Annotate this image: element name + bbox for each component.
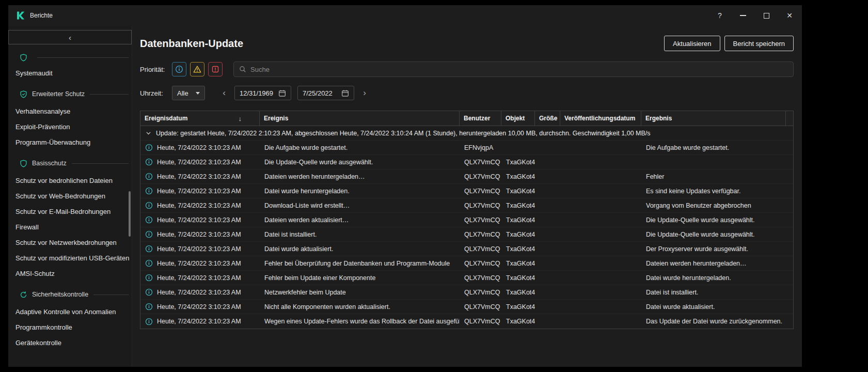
header-actions: Aktualisieren Bericht speichern: [664, 36, 794, 51]
priority-critical-button[interactable]: [208, 62, 223, 76]
cell-object: TxaGKot4: [501, 271, 535, 285]
sidebar-section-header[interactable]: Sicherheitskontrolle: [8, 285, 132, 304]
table-row[interactable]: Heute, 7/24/2022 3:10:23 AM Dateien werd…: [140, 213, 793, 227]
table-row[interactable]: Heute, 7/24/2022 3:10:23 AM Download-Lis…: [140, 198, 793, 213]
sidebar-item-label: Adaptive Kontrolle von Anomalien: [15, 308, 116, 316]
close-button[interactable]: ✕: [782, 8, 797, 23]
cell-result: Der Proxyserver wurde ausgewählt.: [641, 242, 786, 256]
cell-event: Dateien werden aktualisiert…: [260, 213, 460, 227]
table-row[interactable]: Heute, 7/24/2022 3:10:23 AM Wegen eines …: [140, 314, 793, 329]
sidebar-item[interactable]: Schutz vor bedrohlichen Dateien: [8, 173, 132, 188]
sidebar-item-label: Sicherheitskontrolle: [32, 291, 88, 298]
table-row[interactable]: Heute, 7/24/2022 3:10:23 AM Datei wurde …: [140, 184, 793, 198]
sidebar-item[interactable]: Systemaudit: [8, 65, 132, 81]
maximize-button[interactable]: [759, 8, 774, 23]
sidebar-item-label: Verhaltensanalyse: [15, 107, 70, 115]
sidebar-collapse-button[interactable]: ‹: [8, 30, 132, 44]
date-to-field[interactable]: 7/25/2022: [297, 86, 354, 100]
calendar-icon: [341, 89, 349, 97]
table-row[interactable]: Heute, 7/24/2022 3:10:23 AM Datei ist in…: [140, 227, 793, 242]
cell-object: TxaGKot4: [501, 169, 535, 183]
sidebar-scrollbar[interactable]: [129, 191, 131, 237]
cell-size: [535, 242, 560, 256]
info-icon: [145, 230, 153, 238]
table-row[interactable]: Heute, 7/24/2022 3:10:23 AM Die Aufgabe …: [140, 141, 793, 155]
cell-object: TxaGKot4: [501, 242, 535, 256]
cell-size: [535, 155, 560, 169]
priority-warning-button[interactable]: [190, 62, 204, 76]
column-header-veroeffentlichungsdatum[interactable]: Veröffentlichungsdatum: [560, 111, 641, 126]
cell-release-date: [560, 242, 641, 256]
table-body: Heute, 7/24/2022 3:10:23 AM Die Aufgabe …: [140, 141, 793, 329]
info-icon: [175, 65, 183, 73]
cell-size: [535, 314, 560, 329]
sidebar-section-header[interactable]: Erweiterter Schutz: [8, 85, 132, 103]
sidebar-item[interactable]: Verhaltensanalyse: [8, 103, 132, 119]
cell-event: Fehler beim Update einer Komponente: [260, 271, 460, 285]
table-row[interactable]: Heute, 7/24/2022 3:10:23 AM Fehler bei Ü…: [140, 256, 793, 271]
column-header-groesse[interactable]: Größe: [535, 111, 560, 126]
group-row[interactable]: Update: gestartet Heute, 7/24/2022 2:10:…: [140, 126, 793, 141]
cell-event: Nicht alle Komponenten wurden aktualisie…: [260, 300, 460, 314]
save-report-button[interactable]: Bericht speichern: [724, 36, 794, 51]
info-icon: [145, 202, 153, 209]
sidebar-item[interactable]: Schutz vor Web-Bedrohungen: [8, 188, 132, 204]
search-input[interactable]: [250, 66, 788, 73]
column-header-ereignis[interactable]: Ereignis: [260, 111, 460, 126]
table-row[interactable]: Heute, 7/24/2022 3:10:23 AM Nicht alle K…: [140, 300, 793, 314]
cell-user: QLX7VmCQ: [460, 300, 501, 314]
refresh-button[interactable]: Aktualisieren: [664, 36, 720, 51]
sidebar-item[interactable]: Schutz vor modifizierten USB-Geräten: [8, 250, 132, 266]
sidebar-item[interactable]: Schutz vor E-Mail-Bedrohungen: [8, 204, 132, 219]
date-from-value: 12/31/1969: [240, 89, 273, 97]
date-prev-button[interactable]: ‹: [220, 88, 228, 98]
sidebar-item[interactable]: Adaptive Kontrolle von Anomalien: [8, 304, 132, 319]
cell-user: EFNvjqpA: [460, 141, 501, 154]
sidebar-item[interactable]: Schutz vor Netzwerkbedrohungen: [8, 235, 132, 250]
section-divider-line: [93, 295, 129, 295]
sidebar-item[interactable]: Gerätekontrolle: [8, 335, 132, 348]
sidebar-item[interactable]: Exploit-Prävention: [8, 119, 132, 134]
time-range-select[interactable]: Alle: [172, 86, 205, 100]
priority-info-button[interactable]: [172, 62, 186, 76]
column-header-benutzer[interactable]: Benutzer: [460, 111, 501, 126]
column-header-objekt[interactable]: Objekt: [501, 111, 535, 126]
priority-label: Priorität:: [140, 66, 172, 73]
cell-event: Wegen eines Update-Fehlers wurde das Rol…: [260, 314, 460, 329]
section-divider-line: [90, 94, 129, 95]
help-button[interactable]: ?: [713, 8, 727, 23]
table-row[interactable]: Heute, 7/24/2022 3:10:23 AM Dateien werd…: [140, 169, 793, 184]
table-row[interactable]: Heute, 7/24/2022 3:10:23 AM Netzwerkfehl…: [140, 285, 793, 300]
window-title: Berichte: [30, 12, 53, 19]
cell-size: [535, 213, 560, 227]
sidebar-item-label: Programmkontrolle: [15, 323, 72, 331]
sidebar-item[interactable]: Programmkontrolle: [8, 319, 132, 335]
cell-result: Die Update-Quelle wurde ausgewählt.: [641, 213, 786, 227]
sort-desc-icon[interactable]: ↓: [239, 115, 256, 122]
sidebar-item[interactable]: AMSI-Schutz: [8, 266, 132, 281]
cell-result: Vorgang vom Benutzer abgebrochen: [641, 198, 786, 212]
table-row[interactable]: Heute, 7/24/2022 3:10:23 AM Datei wurde …: [140, 242, 793, 256]
window-controls: ? ✕: [713, 8, 797, 23]
date-next-button[interactable]: ›: [360, 88, 369, 98]
cell-event: Datei ist installiert.: [260, 227, 460, 241]
cell-spacer: [786, 242, 795, 256]
column-header-ergebnis[interactable]: Ergebnis: [641, 111, 786, 126]
sidebar-section-header[interactable]: Basisschutz: [8, 154, 132, 173]
cell-result: Dateien werden heruntergeladen…: [641, 256, 786, 270]
sidebar-section-header[interactable]: [8, 50, 132, 65]
minimize-button[interactable]: [736, 8, 750, 23]
main-header: Datenbanken-Update Aktualisieren Bericht…: [140, 35, 794, 52]
table-row[interactable]: Heute, 7/24/2022 3:10:23 AM Die Update-Q…: [140, 155, 793, 169]
minimize-icon: [740, 15, 746, 16]
cell-spacer: [786, 256, 795, 270]
sidebar-item[interactable]: Programm-Überwachung: [8, 134, 132, 150]
sidebar-item[interactable]: Firewall: [8, 219, 132, 235]
table-row[interactable]: Heute, 7/24/2022 3:10:23 AM Fehler beim …: [140, 271, 793, 285]
column-header-ereignisdatum[interactable]: Ereignisdatum ↓: [140, 111, 260, 126]
cell-object: TxaGKot4: [501, 198, 535, 212]
cell-event-date: Heute, 7/24/2022 3:10:23 AM: [157, 245, 241, 253]
date-from-field[interactable]: 12/31/1969: [234, 86, 291, 100]
sidebar-nav: SystemauditErweiterter SchutzVerhaltensa…: [8, 50, 132, 348]
cell-size: [535, 227, 560, 241]
